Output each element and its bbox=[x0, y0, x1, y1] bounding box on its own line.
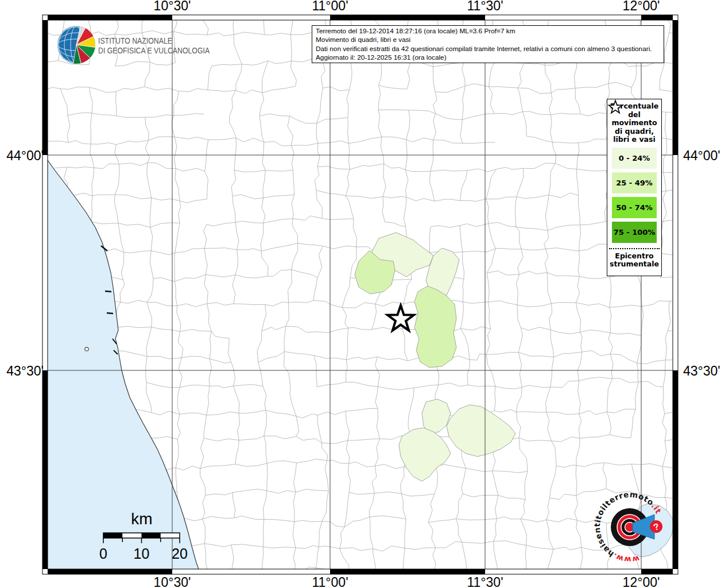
effect-description: Movimento di quadri, libri e vasi bbox=[316, 36, 660, 44]
ingv-org-line1: ISTITUTO NAZIONALE bbox=[98, 36, 210, 45]
scale-tick-10: 10 bbox=[134, 546, 150, 562]
legend-class-0-24: 0 - 24% bbox=[612, 148, 657, 169]
lat-tick-left-4330: 43°30' bbox=[0, 363, 44, 379]
update-timestamp: Aggiornato il: 20-12-2025 16:31 (ora loc… bbox=[316, 53, 660, 62]
lat-tick-right-4330: 43°30' bbox=[683, 363, 720, 379]
legend-class-75-100: 75 - 100% bbox=[612, 222, 657, 243]
ingv-org-line2: DI GEOFISICA E VULCANOLOGIA bbox=[98, 45, 210, 55]
legend-class-label: 25 - 49% bbox=[616, 179, 653, 187]
scale-tick-20: 20 bbox=[172, 546, 188, 562]
legend-class-label: 0 - 24% bbox=[619, 154, 650, 163]
legend-class-label: 75 - 100% bbox=[614, 228, 656, 237]
data-disclaimer: Dati non verificati estratti da 42 quest… bbox=[316, 45, 660, 53]
lon-tick-top-1130: 11°30' bbox=[467, 0, 503, 14]
lon-tick-bottom-1030: 10°30' bbox=[154, 575, 191, 588]
map-canvas: km 0 10 20 ? bbox=[0, 0, 721, 588]
legend-box: Percentuale del movimento di quadri, lib… bbox=[607, 99, 662, 276]
scale-tick-0: 0 bbox=[99, 546, 107, 562]
islet bbox=[85, 347, 88, 351]
lon-tick-bottom-1100: 11°00' bbox=[312, 575, 348, 588]
legend-class-label: 50 - 74% bbox=[616, 203, 653, 212]
lon-tick-top-1030: 10°30' bbox=[154, 0, 191, 14]
lat-tick-left-4400: 44°00' bbox=[0, 148, 44, 164]
legend-title-line: movimento bbox=[607, 119, 661, 127]
lon-tick-bottom-1200: 12°00' bbox=[623, 575, 660, 588]
legend-class-25-49: 25 - 49% bbox=[612, 172, 657, 194]
lat-tick-right-4400: 44°00' bbox=[683, 148, 720, 164]
earthquake-summary: Terremoto del 19-12-2014 18:27:16 (ora l… bbox=[316, 27, 660, 36]
legend-class-50-74: 50 - 74% bbox=[612, 197, 657, 218]
earthquake-info-box: Terremoto del 19-12-2014 18:27:16 (ora l… bbox=[312, 25, 664, 63]
epicenter-label: Epicentro strumentale bbox=[608, 252, 660, 269]
lon-tick-top-1100: 11°00' bbox=[312, 0, 348, 14]
legend-title-line: libri e vasi bbox=[607, 136, 661, 144]
lon-tick-top-1200: 12°00' bbox=[623, 0, 660, 14]
seismic-intensity-map-page: km 0 10 20 ? bbox=[0, 0, 721, 588]
legend-title-line: di quadri, bbox=[607, 127, 661, 136]
lon-tick-bottom-1130: 11°30' bbox=[467, 575, 503, 588]
scale-unit-label: km bbox=[131, 510, 152, 528]
legend-separator bbox=[609, 248, 660, 249]
ingv-org-name: ISTITUTO NAZIONALE DI GEOFISICA E VULCAN… bbox=[98, 36, 210, 55]
